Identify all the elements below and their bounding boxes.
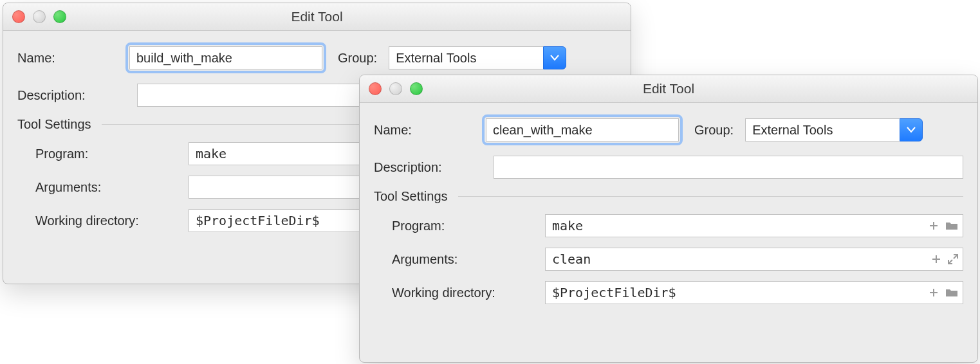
group-value[interactable]	[745, 118, 900, 141]
name-field-focus-ring	[125, 42, 326, 73]
tool-settings-label: Tool Settings	[17, 117, 91, 132]
plus-icon[interactable]	[931, 254, 941, 264]
group-label: Group:	[338, 51, 377, 66]
window-title: Edit Tool	[643, 81, 694, 96]
working-dir-label: Working directory:	[374, 286, 533, 300]
program-label: Program:	[17, 147, 177, 161]
group-combobox[interactable]	[389, 46, 566, 69]
plus-icon[interactable]	[929, 221, 939, 231]
minimize-button[interactable]	[389, 82, 402, 95]
name-field[interactable]	[129, 46, 322, 69]
group-value[interactable]	[389, 46, 543, 69]
name-field[interactable]	[486, 118, 679, 141]
traffic-lights	[369, 82, 423, 95]
minimize-button[interactable]	[33, 10, 46, 23]
name-label: Name:	[374, 123, 470, 138]
program-label: Program:	[374, 219, 533, 233]
name-label: Name:	[17, 51, 114, 66]
close-button[interactable]	[369, 82, 382, 95]
traffic-lights	[12, 10, 66, 23]
zoom-button[interactable]	[53, 10, 66, 23]
arguments-field[interactable]	[545, 248, 963, 271]
edit-tool-dialog-2: Edit Tool Name: Group: Description: Tool…	[359, 75, 978, 363]
close-button[interactable]	[12, 10, 25, 23]
working-dir-label: Working directory:	[17, 214, 177, 228]
plus-icon[interactable]	[929, 287, 939, 298]
arguments-label: Arguments:	[374, 252, 533, 267]
folder-open-icon[interactable]	[945, 221, 958, 231]
description-label: Description:	[374, 160, 482, 175]
group-label: Group:	[694, 123, 734, 138]
group-combobox[interactable]	[745, 118, 923, 141]
expand-icon[interactable]	[948, 254, 958, 264]
folder-open-icon[interactable]	[945, 287, 958, 298]
window-title: Edit Tool	[291, 9, 342, 24]
titlebar: Edit Tool	[3, 3, 631, 31]
arguments-label: Arguments:	[17, 180, 177, 195]
zoom-button[interactable]	[410, 82, 423, 95]
description-label: Description:	[17, 88, 125, 103]
tool-settings-label: Tool Settings	[374, 189, 448, 204]
chevron-down-icon[interactable]	[900, 118, 923, 141]
tool-settings-separator: Tool Settings	[374, 189, 963, 204]
titlebar: Edit Tool	[360, 75, 977, 103]
working-dir-field[interactable]	[545, 281, 963, 304]
separator-rule	[458, 196, 963, 197]
description-field[interactable]	[494, 156, 963, 179]
name-field-focus-ring	[482, 114, 683, 145]
chevron-down-icon[interactable]	[543, 46, 566, 69]
program-field[interactable]	[545, 214, 963, 237]
